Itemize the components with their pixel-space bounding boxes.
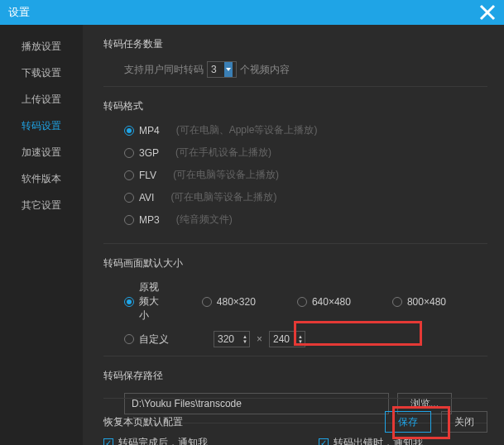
- section-size-title: 转码画面默认大小: [103, 256, 487, 270]
- content: 转码任务数量 支持用户同时转码 3 个视频内容 转码格式 MP4 (可在电脑、A…: [83, 25, 504, 445]
- sidebar-item-download[interactable]: 下载设置: [0, 60, 83, 86]
- height-stepper[interactable]: 240 ▲▼: [269, 331, 305, 347]
- size-orig[interactable]: 原视频大小: [124, 280, 177, 323]
- radio-icon: [124, 215, 134, 225]
- settings-window: 设置 播放设置 下载设置 上传设置 转码设置 加速设置 软件版本 其它设置 转码…: [0, 0, 504, 445]
- format-mp4[interactable]: MP4 (可在电脑、Apple等设备上播放): [124, 123, 319, 137]
- sidebar-item-transcode[interactable]: 转码设置: [0, 112, 83, 139]
- check-done-notify[interactable]: 转码完成后，通知我: [103, 436, 319, 445]
- check-error-notify[interactable]: 转码出错时，通知我: [319, 436, 484, 445]
- size-480x320[interactable]: 480×320: [202, 296, 272, 308]
- window-title: 设置: [8, 5, 479, 20]
- format-avi[interactable]: AVI (可在电脑等设备上播放): [124, 190, 319, 204]
- tasks-value: 3: [211, 64, 217, 75]
- size-800x480[interactable]: 800×480: [392, 296, 463, 308]
- sidebar-item-accel[interactable]: 加速设置: [0, 139, 83, 165]
- sidebar-item-upload[interactable]: 上传设置: [0, 86, 83, 112]
- radio-icon: [124, 334, 134, 344]
- section-tasks-title: 转码任务数量: [103, 37, 487, 51]
- radio-icon: [124, 297, 134, 307]
- radio-icon: [124, 148, 134, 158]
- checkbox-icon: [319, 438, 329, 446]
- close-icon[interactable]: [479, 4, 496, 21]
- reset-label[interactable]: 恢复本页默认配置: [103, 415, 385, 429]
- radio-icon: [124, 193, 134, 203]
- radio-icon: [297, 297, 307, 307]
- chevron-down-icon: [224, 62, 233, 77]
- radio-icon: [392, 297, 402, 307]
- sidebar-item-version[interactable]: 软件版本: [0, 165, 83, 192]
- tasks-suffix: 个视频内容: [240, 63, 290, 77]
- checkbox-icon: [103, 438, 113, 446]
- width-stepper[interactable]: 320 ▲▼: [214, 331, 250, 347]
- size-640x480[interactable]: 640×480: [297, 296, 367, 308]
- section-format-title: 转码格式: [103, 99, 487, 113]
- sidebar-item-play[interactable]: 播放设置: [0, 33, 83, 60]
- radio-icon: [124, 170, 134, 180]
- footer: 恢复本页默认配置 保存 关闭: [103, 398, 487, 433]
- tasks-dropdown[interactable]: 3: [207, 61, 237, 78]
- tasks-prefix: 支持用户同时转码: [124, 63, 204, 77]
- radio-icon: [202, 297, 212, 307]
- format-flv[interactable]: FLV (可在电脑等设备上播放): [124, 168, 319, 182]
- format-3gp[interactable]: 3GP (可在手机设备上播放): [124, 146, 319, 160]
- sidebar: 播放设置 下载设置 上传设置 转码设置 加速设置 软件版本 其它设置: [0, 25, 83, 445]
- size-custom[interactable]: 自定义: [124, 333, 185, 347]
- sidebar-item-other[interactable]: 其它设置: [0, 192, 83, 218]
- save-button[interactable]: 保存: [385, 411, 431, 433]
- titlebar: 设置: [0, 0, 504, 25]
- radio-icon: [124, 126, 134, 136]
- section-path-title: 转码保存路径: [103, 369, 487, 383]
- format-mp3[interactable]: MP3 (纯音频文件): [124, 213, 319, 227]
- close-button[interactable]: 关闭: [441, 411, 487, 433]
